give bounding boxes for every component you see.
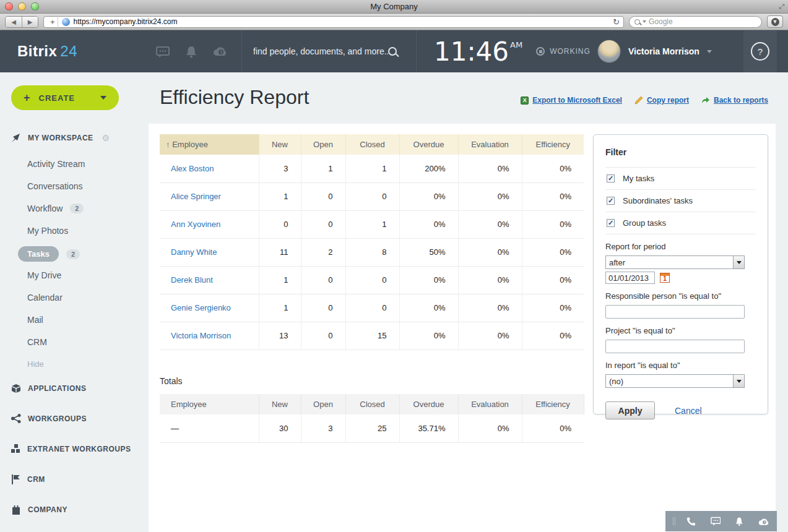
- cloud-drive-icon[interactable]: [758, 517, 769, 526]
- checkbox-my-tasks[interactable]: ✓ My tasks: [605, 167, 756, 189]
- chevron-down-icon: [707, 50, 712, 53]
- sort-asc-icon: ↑: [166, 140, 170, 149]
- web-search-field[interactable]: Google: [629, 16, 762, 28]
- table-row: Danny White 11 2 8 50% 0% 0%: [160, 238, 584, 266]
- efficiency-table: ↑ Employee New Open Closed Overdue Evalu…: [160, 134, 584, 350]
- cell-open: 0: [301, 322, 345, 350]
- filter-panel: Filter ✓ My tasks ✓ Subordinates' tasks …: [593, 134, 768, 414]
- column-header-open[interactable]: Open: [301, 134, 345, 155]
- address-bar[interactable]: + https://mycompany.bitrix24.com ↻: [43, 16, 624, 28]
- sidebar-section-applications[interactable]: APPLICATIONS: [11, 384, 86, 393]
- avatar[interactable]: [597, 40, 621, 63]
- sidebar-item-tasks[interactable]: Tasks2: [27, 246, 80, 262]
- checkbox-checked-icon[interactable]: ✓: [607, 174, 615, 182]
- date-input[interactable]: 01/01/2013: [605, 272, 655, 284]
- help-button[interactable]: ?: [743, 30, 777, 72]
- totals-header-row: Employee New Open Closed Overdue Evaluat…: [160, 394, 584, 414]
- sidebar-item-my-photos[interactable]: My Photos: [27, 226, 68, 236]
- column-header-closed[interactable]: Closed: [345, 134, 399, 155]
- employee-link[interactable]: Danny White: [160, 238, 259, 266]
- dropdown-arrow-icon[interactable]: [733, 256, 744, 268]
- sidebar-item-mail[interactable]: Mail: [27, 315, 43, 325]
- column-header-efficiency[interactable]: Efficiency: [522, 134, 584, 155]
- apply-button[interactable]: Apply: [605, 401, 655, 419]
- in-report-select[interactable]: (no): [605, 374, 745, 388]
- employee-link[interactable]: Alice Springer: [160, 182, 259, 210]
- nav-buttons: ◀ ▶: [5, 16, 38, 28]
- sidebar-section-workgroups[interactable]: WORKGROUPS: [11, 414, 87, 423]
- column-header-new[interactable]: New: [259, 134, 301, 155]
- period-select[interactable]: after: [605, 255, 745, 269]
- calendar-icon[interactable]: 1: [660, 273, 670, 283]
- bitrix-logo[interactable]: Bitrix24: [17, 43, 77, 60]
- column-header-employee: Employee: [160, 394, 259, 414]
- cancel-link[interactable]: Cancel: [675, 406, 702, 416]
- sidebar-section-my-workspace[interactable]: MY WORKSPACE ⚙: [11, 133, 110, 143]
- checkbox-subordinates-tasks[interactable]: ✓ Subordinates' tasks: [605, 189, 756, 212]
- notifications-bell-icon[interactable]: [735, 516, 743, 527]
- checkbox-checked-icon[interactable]: ✓: [607, 197, 615, 205]
- checkbox-checked-icon[interactable]: ✓: [607, 219, 615, 227]
- project-input[interactable]: [605, 340, 745, 353]
- sidebar-item-crm[interactable]: CRM: [27, 337, 47, 347]
- checkbox-label: Group tasks: [623, 218, 666, 228]
- sidebar-item-conversations[interactable]: Conversations: [27, 181, 83, 191]
- cloud-drive-icon[interactable]: [213, 46, 228, 57]
- gear-icon[interactable]: ⚙: [102, 133, 110, 143]
- user-menu[interactable]: Victoria Morrison: [597, 30, 712, 72]
- pencil-icon: [634, 96, 643, 105]
- copy-report-link[interactable]: Copy report: [634, 96, 689, 105]
- employee-link[interactable]: Genie Sergienko: [160, 294, 259, 322]
- export-excel-link[interactable]: X Export to Microsoft Excel: [521, 96, 622, 105]
- sidebar-section-crm[interactable]: CRM: [11, 474, 45, 484]
- employee-link[interactable]: Derek Blunt: [160, 266, 259, 294]
- global-search-field[interactable]: find people, documents, and more...: [242, 30, 416, 72]
- phone-icon[interactable]: [686, 516, 696, 527]
- forward-button[interactable]: ▶: [22, 17, 38, 27]
- dropdown-arrow-icon[interactable]: [733, 375, 744, 387]
- cell-overdue: 0%: [399, 266, 458, 294]
- cell-closed: 8: [345, 238, 399, 266]
- table-row: Alex Boston 3 1 1 200% 0% 0%: [160, 155, 584, 182]
- employee-link[interactable]: Ann Xyovinen: [160, 210, 259, 238]
- new-tab-button[interactable]: +: [48, 17, 58, 27]
- back-to-reports-link[interactable]: Back to reports: [701, 96, 768, 105]
- sidebar-item-my-drive[interactable]: My Drive: [27, 270, 61, 280]
- employee-link[interactable]: Alex Boston: [160, 155, 259, 182]
- create-button[interactable]: + CREATE: [11, 85, 119, 110]
- fullscreen-icon[interactable]: ⤢: [779, 2, 784, 11]
- web-search-placeholder: Google: [649, 17, 673, 26]
- sidebar-item-activity-stream[interactable]: Activity Stream: [27, 159, 85, 169]
- cell-overdue: 200%: [399, 155, 458, 182]
- cell-closed: 15: [345, 322, 399, 350]
- column-header-evaluation[interactable]: Evaluation: [458, 134, 522, 155]
- column-header-overdue: Overdue: [399, 394, 458, 414]
- downloads-button[interactable]: ▼: [767, 15, 783, 28]
- column-header-overdue[interactable]: Overdue: [399, 134, 458, 155]
- clock-time: 11:46AM: [434, 36, 522, 67]
- messages-icon[interactable]: [156, 46, 170, 58]
- column-header-closed: Closed: [345, 394, 399, 414]
- totals-employee-cell: —: [160, 414, 259, 442]
- sidebar-item-calendar[interactable]: Calendar: [27, 293, 63, 302]
- period-selected-value: after: [606, 258, 733, 267]
- sidebar-hide-link[interactable]: Hide: [27, 359, 44, 369]
- sidebar-section-company[interactable]: COMPANY: [11, 505, 67, 515]
- section-label: EXTRANET WORKGROUPS: [27, 445, 131, 453]
- employee-link[interactable]: Victoria Morrison: [160, 322, 259, 350]
- back-button[interactable]: ◀: [6, 17, 22, 27]
- column-header-employee[interactable]: ↑ Employee: [160, 134, 259, 155]
- cell-new: 1: [259, 294, 301, 322]
- checkbox-group-tasks[interactable]: ✓ Group tasks: [605, 212, 756, 234]
- work-status[interactable]: WORKING: [536, 47, 591, 56]
- clock-widget[interactable]: 11:46AM WORKING: [417, 30, 591, 72]
- dock-drag-handle[interactable]: [673, 517, 675, 525]
- notifications-bell-icon[interactable]: [186, 46, 197, 58]
- sidebar-item-workflow[interactable]: Workflow2: [27, 204, 84, 213]
- responsible-input[interactable]: [605, 305, 745, 319]
- refresh-icon[interactable]: ↻: [613, 17, 620, 27]
- cell-new: 30: [259, 414, 301, 442]
- in-report-label: In report "is equal to": [605, 361, 756, 370]
- chat-icon[interactable]: [711, 516, 721, 527]
- sidebar-section-extranet-workgroups[interactable]: EXTRANET WORKGROUPS: [11, 444, 131, 453]
